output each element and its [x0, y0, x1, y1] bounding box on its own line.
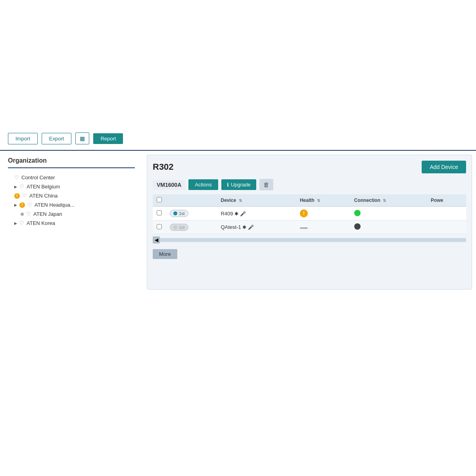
main-content: Organization ♡ Control Center ▶ ♡ ATEN B…: [0, 151, 476, 476]
sidebar-item-label: ATEN Japan: [33, 211, 62, 217]
row-checkbox-cell: [153, 207, 166, 221]
pin-icon: ♡: [27, 202, 32, 208]
row-power-cell: [427, 221, 466, 234]
table-header-power[interactable]: Powe: [427, 194, 466, 207]
sidebar-item-aten-belgium[interactable]: ▶ ♡ ATEN Belgium: [8, 182, 135, 191]
row-tag-cell: 1st: [166, 221, 217, 234]
upgrade-info-icon: ℹ: [227, 182, 229, 188]
circle-disabled-icon: [173, 225, 177, 229]
horizontal-scrollbar[interactable]: [160, 238, 466, 242]
row-tag-cell: 1st: [166, 207, 217, 221]
row-device-cell: R409 ✱ 🎤: [217, 207, 296, 221]
table-header-tag: [166, 194, 217, 207]
chart-button[interactable]: ▦: [75, 132, 89, 144]
tag-1st-disabled: 1st: [170, 224, 188, 231]
table-header-connection[interactable]: Connection ⇅: [350, 194, 427, 207]
device-name-label: VM1600A: [153, 180, 185, 190]
status-dot-icon: [21, 213, 24, 216]
row-health-cell: [296, 221, 350, 234]
row-health-cell: !: [296, 207, 350, 221]
row-connection-cell: [350, 207, 427, 221]
upgrade-label: Upgrade: [231, 182, 251, 188]
table-row: 1st QAtest-1 ✱ 🎤: [153, 221, 466, 234]
table-header-device[interactable]: Device ⇅: [217, 194, 296, 207]
actions-button[interactable]: Actions: [188, 179, 218, 190]
sort-icon[interactable]: ⇅: [239, 198, 242, 203]
upgrade-button[interactable]: ℹ Upgrade: [221, 179, 256, 190]
sidebar-title: Organization: [8, 157, 135, 168]
circle-icon: [173, 211, 177, 215]
scroll-area: ◀: [153, 236, 466, 244]
expand-arrow-icon[interactable]: ▶: [14, 221, 17, 225]
export-button[interactable]: Export: [42, 133, 72, 144]
health-warning-icon: !: [300, 209, 308, 217]
table-header-checkbox: [153, 194, 166, 207]
device-toolbar: VM1600A Actions ℹ Upgrade 🗑: [153, 179, 466, 190]
device-name: R409: [221, 211, 233, 217]
wrench-icon[interactable]: ✱: [242, 225, 246, 230]
wrench-icon[interactable]: ✱: [234, 211, 238, 217]
sidebar: Organization ♡ Control Center ▶ ♡ ATEN B…: [0, 151, 143, 476]
warning-icon: !: [19, 202, 25, 208]
sidebar-item-aten-korea[interactable]: ▶ ♡ ATEN Korea: [8, 219, 135, 228]
panel-title: R302: [153, 162, 174, 172]
row-connection-cell: [350, 221, 427, 234]
row-checkbox[interactable]: [157, 210, 162, 215]
sidebar-item-label: ATEN Belgium: [27, 184, 60, 190]
sidebar-item-aten-china[interactable]: ! ♡ ATEN China: [8, 191, 135, 200]
health-neutral-icon: [300, 227, 308, 229]
sidebar-item-aten-japan[interactable]: ♡ ATEN Japan: [8, 209, 135, 219]
connection-green-icon: [354, 210, 361, 216]
sidebar-item-label: Control Center: [21, 175, 55, 180]
pin-icon: ♡: [19, 184, 24, 190]
add-device-button[interactable]: Add Device: [422, 161, 466, 173]
report-button[interactable]: Report: [93, 133, 123, 144]
mic-icon[interactable]: 🎤: [248, 225, 254, 230]
expand-arrow-icon[interactable]: ▶: [14, 203, 17, 207]
mic-icon[interactable]: 🎤: [240, 211, 246, 217]
tag-1st: 1st: [170, 210, 188, 217]
warning-icon: !: [14, 193, 20, 199]
scroll-left-button[interactable]: ◀: [153, 236, 160, 244]
pin-icon: ♡: [19, 220, 24, 226]
sort-icon[interactable]: ⇅: [383, 198, 386, 203]
delete-device-button[interactable]: 🗑: [259, 179, 273, 190]
more-button[interactable]: More: [153, 249, 177, 259]
import-button[interactable]: Import: [8, 133, 38, 144]
pin-icon: ♡: [26, 211, 31, 217]
panel-area: R302 Add Device VM1600A Actions ℹ Upgrad…: [143, 151, 476, 476]
connection-black-icon: [354, 223, 361, 230]
table-header-health[interactable]: Health ⇅: [296, 194, 350, 207]
panel-header: R302 Add Device: [153, 161, 466, 173]
sidebar-item-label: ATEN China: [29, 193, 58, 199]
trash-icon: 🗑: [263, 181, 269, 188]
expand-arrow-icon[interactable]: ▶: [14, 185, 17, 189]
pin-icon: ♡: [22, 193, 27, 199]
row-checkbox-cell: [153, 221, 166, 234]
row-power-cell: [427, 207, 466, 221]
device-table: Device ⇅ Health ⇅ Connection ⇅ Powe: [153, 194, 466, 234]
device-name: QAtest-1: [221, 224, 241, 230]
sort-icon[interactable]: ⇅: [317, 198, 320, 203]
row-device-cell: QAtest-1 ✱ 🎤: [217, 221, 296, 234]
device-panel: R302 Add Device VM1600A Actions ℹ Upgrad…: [147, 155, 472, 290]
toolbar: Import Export ▦ Report: [0, 127, 476, 151]
chart-icon: ▦: [80, 135, 85, 142]
sidebar-item-label: ATEN Korea: [27, 220, 55, 226]
top-whitespace: [0, 0, 476, 127]
select-all-checkbox[interactable]: [157, 197, 162, 202]
sidebar-item-control-center[interactable]: ♡ Control Center: [8, 173, 135, 182]
table-row: 1st R409 ✱ 🎤 !: [153, 207, 466, 221]
row-checkbox[interactable]: [157, 224, 162, 229]
sidebar-item-label: ATEN Headqua...: [35, 202, 75, 208]
sidebar-item-aten-headqua[interactable]: ▶ ! ♡ ATEN Headqua...: [8, 200, 135, 209]
pin-icon: ♡: [14, 175, 19, 180]
